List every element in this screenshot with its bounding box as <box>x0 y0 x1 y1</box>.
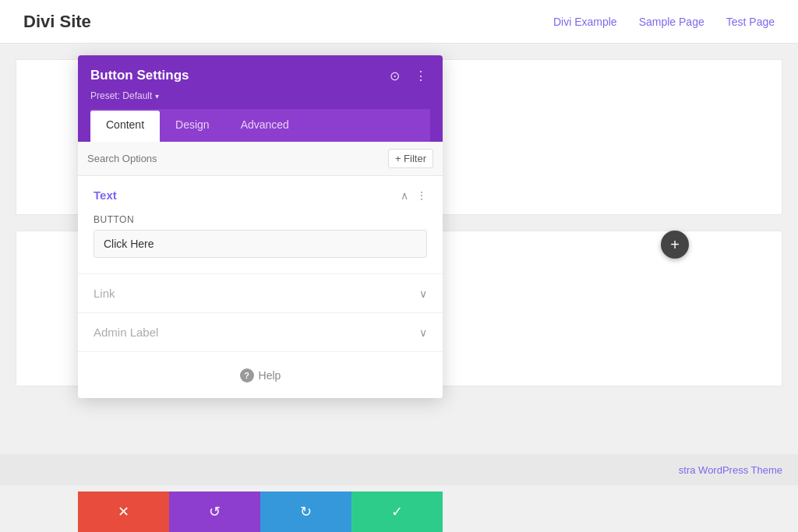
nav-links: Divi Example Sample Page Test Page <box>553 16 775 28</box>
text-section-title: Text <box>94 188 117 202</box>
modal-header-icons: ⊙ ⋮ <box>385 66 430 85</box>
filter-button[interactable]: + Filter <box>388 149 433 168</box>
text-section-icons: ∧ ⋮ <box>401 189 427 202</box>
help-icon: ? <box>240 368 254 382</box>
link-expand-icon[interactable]: ∨ <box>419 287 427 300</box>
search-input[interactable] <box>87 153 382 164</box>
admin-label-expand-icon[interactable]: ∨ <box>419 326 427 339</box>
text-section-header[interactable]: Text ∧ ⋮ <box>78 176 443 214</box>
text-section: Text ∧ ⋮ Button <box>78 176 443 274</box>
more-options-icon[interactable]: ⋮ <box>411 66 430 85</box>
link-section: Link ∨ <box>78 274 443 313</box>
help-label: Help <box>259 369 281 382</box>
undo-button[interactable]: ↺ <box>169 491 260 532</box>
search-bar: + Filter <box>78 142 443 176</box>
preset-chevron: ▾ <box>155 92 159 100</box>
text-section-content: Button <box>78 214 443 273</box>
redo-button[interactable]: ↻ <box>260 491 351 532</box>
button-text-input[interactable] <box>94 230 427 258</box>
nav-link-test-page[interactable]: Test Page <box>726 16 775 28</box>
button-settings-modal: Button Settings ⊙ ⋮ Preset: Default ▾ Co… <box>78 55 443 398</box>
admin-label-section: Admin Label ∨ <box>78 313 443 352</box>
nav-link-sample-page[interactable]: Sample Page <box>639 16 704 28</box>
admin-label-section-header[interactable]: Admin Label ∨ <box>78 313 443 351</box>
preset-text: Preset: Default <box>90 90 152 101</box>
link-section-header[interactable]: Link ∨ <box>78 274 443 312</box>
modal-header-top: Button Settings ⊙ ⋮ <box>90 66 430 85</box>
plus-icon: + <box>670 236 680 254</box>
modal-body: + Filter Text ∧ ⋮ Button <box>78 142 443 398</box>
modal-title: Button Settings <box>90 68 189 83</box>
page-content: Click Here + stra WordPress Theme Button… <box>0 44 798 532</box>
footer-link[interactable]: stra WordPress Theme <box>679 464 782 476</box>
tab-design[interactable]: Design <box>160 109 225 142</box>
tab-advanced[interactable]: Advanced <box>225 109 305 142</box>
top-nav: Divi Site Divi Example Sample Page Test … <box>0 0 798 44</box>
help-link[interactable]: ? Help <box>240 368 281 382</box>
preset-label[interactable]: Preset: Default ▾ <box>90 90 159 101</box>
cancel-button[interactable]: ✕ <box>78 491 169 532</box>
action-bar: ✕ ↺ ↻ ✓ <box>78 491 443 532</box>
settings-icon[interactable]: ⊙ <box>385 66 404 85</box>
collapse-icon[interactable]: ∧ <box>401 189 408 202</box>
modal-header: Button Settings ⊙ ⋮ Preset: Default ▾ Co… <box>78 55 443 142</box>
nav-link-divi-example[interactable]: Divi Example <box>553 16 617 28</box>
link-section-icons: ∨ <box>419 287 427 300</box>
tab-content[interactable]: Content <box>90 111 160 142</box>
admin-label-section-icons: ∨ <box>419 326 427 339</box>
help-section: ? Help <box>78 352 443 398</box>
link-section-title: Link <box>94 287 115 300</box>
add-element-button[interactable]: + <box>661 231 689 259</box>
site-title: Divi Site <box>23 12 91 32</box>
save-button[interactable]: ✓ <box>351 491 443 532</box>
text-section-more-icon[interactable]: ⋮ <box>416 189 427 202</box>
button-field-label: Button <box>94 214 427 225</box>
admin-label-section-title: Admin Label <box>94 326 158 339</box>
modal-tabs: Content Design Advanced <box>90 109 430 142</box>
footer-stripe: stra WordPress Theme <box>0 454 798 485</box>
